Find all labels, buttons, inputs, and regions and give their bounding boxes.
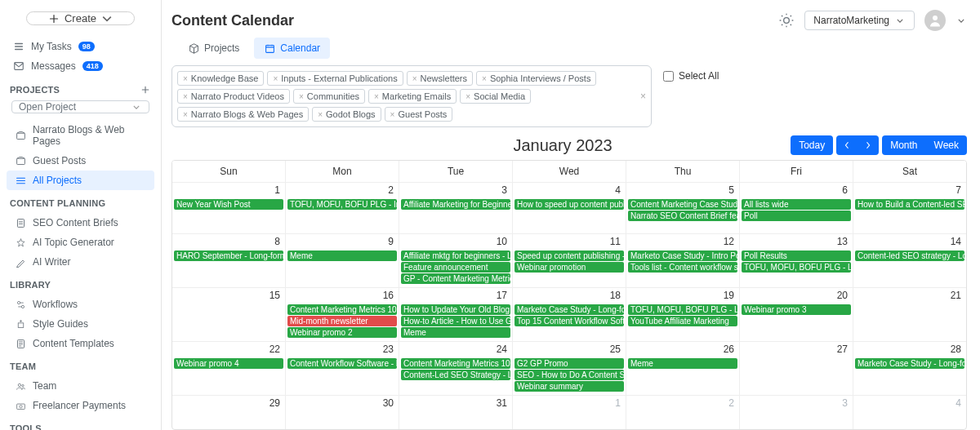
calendar-cell[interactable]: 28Marketo Case Study - Long-form p (853, 342, 966, 395)
calendar-event[interactable]: Marketo Case Study - Long-form p (855, 358, 964, 369)
chevron-down-icon[interactable] (956, 15, 967, 26)
tag-filter-box[interactable]: ×Knowledge Base×Inputs - External Public… (172, 65, 652, 127)
calendar-event[interactable]: HARO September - Long-form pos (174, 250, 283, 261)
calendar-cell[interactable]: 24Content Marketing Metrics 101 - PConte… (399, 342, 512, 395)
sidebar-library-item[interactable]: Content Templates (7, 334, 154, 353)
sidebar-planning-item[interactable]: AI Writer (7, 252, 154, 272)
remove-tag-icon[interactable]: × (273, 74, 278, 83)
filter-tag[interactable]: ×Social Media (460, 89, 531, 104)
calendar-event[interactable]: Tools list - Content workflow softw (628, 262, 737, 273)
calendar-event[interactable]: GP - Content Marketing Metrics 10 (401, 273, 510, 284)
calendar-event[interactable]: Poll Results (742, 250, 851, 261)
calendar-cell[interactable]: 3Affiliate Marketing for Beginners - (399, 183, 512, 233)
calendar-cell[interactable]: 2 (626, 396, 739, 430)
add-project-icon[interactable] (140, 84, 151, 95)
week-view-button[interactable]: Week (926, 135, 967, 155)
calendar-cell[interactable]: 16Content Marketing Metrics 101 - PMid-m… (285, 288, 399, 341)
sidebar-library-item[interactable]: Workflows (7, 295, 154, 314)
remove-tag-icon[interactable]: × (183, 92, 188, 101)
calendar-event[interactable]: Content Marketing Metrics 101 - P (287, 304, 397, 315)
calendar-event[interactable]: Meme (628, 358, 737, 369)
calendar-event[interactable]: Marketo Case Study - Long-form p (514, 304, 624, 315)
calendar-event[interactable]: Mid-month newsletter (287, 316, 397, 326)
select-all-checkbox[interactable]: Select All (663, 65, 719, 82)
calendar-event[interactable]: TOFU, MOFU, BOFU PLG - Long-fo (742, 262, 851, 273)
remove-tag-icon[interactable]: × (482, 74, 487, 83)
calendar-cell[interactable]: 20Webinar promo 3 (739, 288, 853, 341)
calendar-event[interactable]: TOFU, MOFU, BOFU PLG - Intro Po (287, 199, 397, 210)
filter-tag[interactable]: ×Marketing Emails (368, 89, 457, 104)
month-view-button[interactable]: Month (882, 135, 925, 155)
remove-tag-icon[interactable]: × (183, 110, 188, 119)
calendar-event[interactable]: YouTube Affiliate Marketing (628, 316, 737, 326)
calendar-event[interactable]: How to speed up content publishin (514, 199, 624, 210)
calendar-cell[interactable]: 17How to Update Your Old Blog PostHow-to… (399, 288, 512, 341)
create-button[interactable]: Create (26, 11, 135, 25)
sidebar-team-item[interactable]: Freelancer Payments (7, 396, 154, 415)
sidebar-planning-item[interactable]: AI Topic Generator (7, 233, 154, 252)
calendar-cell[interactable]: 1 (512, 396, 626, 430)
calendar-cell[interactable]: 15 (172, 288, 285, 341)
calendar-cell[interactable]: 6All lists widePoll (739, 183, 853, 233)
calendar-cell[interactable]: 4 (853, 396, 966, 430)
remove-tag-icon[interactable]: × (390, 110, 395, 119)
remove-tag-icon[interactable]: × (183, 74, 188, 83)
calendar-event[interactable]: How-to Article - How to Use Goog (401, 316, 510, 326)
filter-tag[interactable]: ×Godot Blogs (312, 107, 381, 122)
calendar-cell[interactable]: 11Speed up content publishing - LonWebin… (512, 234, 626, 287)
remove-tag-icon[interactable]: × (412, 74, 417, 83)
calendar-cell[interactable]: 1New Year Wish Post (172, 183, 285, 233)
calendar-event[interactable]: Poll (742, 211, 851, 221)
calendar-event[interactable]: Webinar promotion (514, 262, 624, 273)
calendar-event[interactable]: Feature announcement (401, 262, 510, 273)
calendar-event[interactable]: Content Workflow Software - Long (287, 358, 397, 369)
sidebar-project-item[interactable]: Narrato Blogs & Web Pages (7, 120, 154, 151)
calendar-event[interactable]: TOFU, MOFU, BOFU PLG - Long-fo (628, 304, 737, 315)
org-dropdown[interactable]: NarratoMarketing (804, 11, 915, 30)
calendar-cell[interactable]: 14Content-led SEO strategy - Long-f (853, 234, 966, 287)
calendar-cell[interactable]: 29 (172, 396, 285, 430)
remove-tag-icon[interactable]: × (318, 110, 323, 119)
calendar-event[interactable]: Speed up content publishing - Lon (514, 250, 624, 261)
sidebar-team-item[interactable]: Team (7, 376, 154, 396)
filter-tag[interactable]: ×Narrato Product Videos (177, 89, 290, 104)
remove-tag-icon[interactable]: × (466, 92, 470, 101)
calendar-event[interactable]: Webinar promo 3 (742, 304, 851, 315)
calendar-cell[interactable]: 31 (399, 396, 512, 430)
calendar-cell[interactable]: 23Content Workflow Software - Long (285, 342, 399, 395)
calendar-cell[interactable]: 3 (739, 396, 853, 430)
calendar-event[interactable]: Marketo Case Study - Intro Post (628, 250, 737, 261)
avatar[interactable] (924, 10, 946, 31)
today-button[interactable]: Today (791, 135, 833, 155)
calendar-cell[interactable]: 10Affiliate mktg for beginners - LongFea… (399, 234, 512, 287)
calendar-event[interactable]: Meme (287, 250, 397, 261)
calendar-cell[interactable]: 18Marketo Case Study - Long-form pTop 15… (512, 288, 626, 341)
calendar-event[interactable]: Content Marketing Case Study: Ma (628, 199, 737, 210)
calendar-cell[interactable]: 7How to Build a Content-led SEO St (853, 183, 966, 233)
calendar-event[interactable]: How to Update Your Old Blog Post (401, 304, 510, 315)
sidebar-item-my-tasks[interactable]: My Tasks 98 (7, 37, 154, 56)
calendar-event[interactable]: Affiliate mktg for beginners - Long (401, 250, 510, 261)
calendar-cell[interactable]: 12Marketo Case Study - Intro PostTools l… (626, 234, 739, 287)
calendar-event[interactable]: Content-led SEO strategy - Long-f (855, 250, 964, 261)
calendar-cell[interactable]: 27 (739, 342, 853, 395)
calendar-event[interactable]: All lists wide (742, 199, 851, 210)
filter-tag[interactable]: ×Knowledge Base (177, 71, 264, 86)
tab-calendar[interactable]: Calendar (254, 38, 330, 59)
calendar-event[interactable]: How to Build a Content-led SEO St (855, 199, 964, 210)
next-button[interactable] (858, 135, 879, 155)
remove-tag-icon[interactable]: × (299, 92, 304, 101)
tab-projects[interactable]: Projects (178, 38, 249, 59)
calendar-event[interactable]: Affiliate Marketing for Beginners - (401, 199, 510, 210)
calendar-cell[interactable]: 22Webinar promo 4 (172, 342, 285, 395)
prev-button[interactable] (836, 135, 858, 155)
calendar-event[interactable]: Webinar promo 4 (174, 358, 283, 369)
calendar-event[interactable]: Content-Led SEO Strategy - Long- (401, 370, 510, 380)
filter-tag[interactable]: ×Narrato Blogs & Web Pages (177, 107, 309, 122)
sidebar-item-messages[interactable]: Messages 418 (7, 56, 154, 76)
filter-tag[interactable]: ×Guest Posts (385, 107, 453, 122)
open-project-dropdown[interactable]: Open Project (11, 100, 149, 113)
filter-tag[interactable]: ×Inputs - External Publications (267, 71, 403, 86)
calendar-event[interactable]: Meme (401, 327, 510, 338)
gear-icon[interactable] (778, 12, 795, 29)
